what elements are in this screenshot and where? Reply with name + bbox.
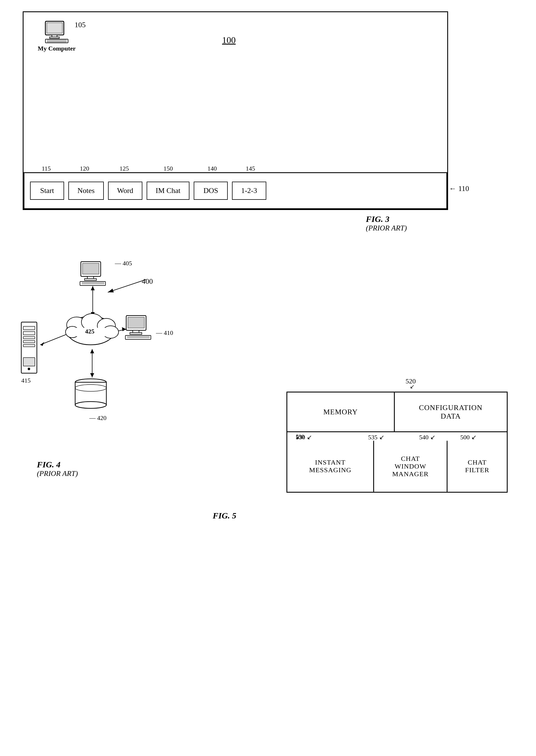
cwm-label: CHAT WINDOW MANAGER: [392, 455, 428, 478]
computer-label: My Computer: [38, 45, 76, 52]
cell-config: CONFIGURATION DATA: [395, 392, 507, 431]
fig3-desktop: My Computer 105 100 115 120 125 150 140 …: [23, 12, 447, 209]
taskbar-label-140: 140: [195, 165, 229, 172]
123-button[interactable]: 1-2-3: [232, 182, 266, 200]
svg-rect-37: [23, 358, 35, 366]
svg-rect-21: [128, 317, 144, 328]
svg-rect-36: [23, 344, 35, 347]
svg-rect-33: [23, 332, 35, 335]
svg-rect-12: [80, 281, 106, 285]
svg-rect-23: [130, 333, 142, 334]
word-button[interactable]: Word: [108, 182, 142, 200]
val-535: 535 ↙: [368, 434, 384, 441]
svg-marker-19: [91, 286, 95, 290]
fig5-caption: FIG. 5: [213, 511, 236, 521]
svg-marker-29: [122, 327, 126, 331]
val-540: 540 ↙: [419, 434, 435, 441]
fig4-caption: FIG. 4 (PRIOR ART): [37, 460, 78, 478]
svg-marker-41: [40, 342, 44, 346]
svg-point-38: [28, 368, 30, 370]
svg-text:415: 415: [21, 377, 31, 384]
fig4-sublabel: (PRIOR ART): [37, 469, 78, 478]
svg-point-56: [75, 402, 106, 408]
svg-marker-53: [90, 349, 94, 353]
taskbar-label-145: 145: [233, 165, 267, 172]
svg-text:— 420: — 420: [89, 414, 107, 421]
fig3-desktop-container: My Computer 105 100 115 120 125 150 140 …: [23, 11, 448, 210]
svg-rect-24: [125, 336, 151, 340]
start-button[interactable]: Start: [30, 182, 64, 200]
fig5-label: FIG. 5: [213, 511, 236, 521]
svg-text:— 410: — 410: [156, 329, 173, 336]
arrow-520: ↙: [410, 383, 415, 390]
cell-chat-window-manager: CHAT WINDOW MANAGER: [374, 441, 448, 492]
cell-memory: MEMORY: [287, 392, 395, 431]
dos-button[interactable]: DOS: [194, 182, 228, 200]
val-530: 530 ↙: [296, 434, 312, 441]
im-label: INSTANT MESSAGING: [309, 459, 352, 474]
fig3-sublabel: (PRIOR ART): [366, 224, 407, 233]
svg-rect-3: [50, 37, 59, 38]
sub-labels-row: 530 ↙ 530 ↙ 535 ↙ 540 ↙ 500 ↙: [287, 432, 507, 441]
svg-rect-1: [47, 23, 62, 33]
fig4-label: FIG. 4: [37, 460, 78, 469]
imchat-button[interactable]: IM Chat: [147, 182, 189, 200]
cf-label: CHAT FILTER: [465, 459, 489, 474]
svg-rect-34: [23, 337, 35, 339]
svg-text:400: 400: [142, 277, 153, 285]
taskbar-label-120: 120: [66, 165, 103, 172]
taskbar-label-150: 150: [146, 165, 191, 172]
notes-button[interactable]: Notes: [68, 182, 104, 200]
svg-rect-9: [83, 263, 99, 274]
svg-rect-32: [23, 326, 35, 330]
fig3-label: FIG. 3: [366, 214, 407, 224]
fig3-caption: FIG. 3 (PRIOR ART): [366, 214, 407, 233]
memory-config-box: MEMORY CONFIGURATION DATA 530 ↙ 530 ↙ 53…: [286, 392, 508, 493]
label-105: 105: [75, 21, 85, 29]
svg-rect-35: [23, 341, 35, 343]
memory-label: MEMORY: [323, 408, 358, 416]
config-label: CONFIGURATION DATA: [419, 404, 483, 420]
label-110: ← 110: [449, 185, 469, 193]
cell-instant-messaging: INSTANT MESSAGING: [287, 441, 374, 492]
val-500: 500 ↙: [460, 434, 477, 441]
mem-top-row: MEMORY CONFIGURATION DATA: [287, 392, 507, 432]
fig4-network-diagram: — 405 400 — 410: [17, 255, 201, 477]
taskbar-label-125: 125: [107, 165, 141, 172]
taskbar-label-115: 115: [31, 165, 62, 172]
svg-marker-52: [90, 373, 94, 378]
svg-text:— 405: — 405: [115, 260, 132, 267]
fig4-area: — 405 400 — 410: [17, 255, 216, 511]
svg-rect-11: [84, 279, 96, 280]
cell-chat-filter: CHAT FILTER: [448, 441, 507, 492]
label-100: 100: [222, 35, 236, 45]
mem-bottom-row: INSTANT MESSAGING CHAT WINDOW MANAGER CH…: [287, 441, 507, 492]
svg-text:425: 425: [85, 328, 94, 335]
taskbar: Start Notes Word IM Chat DOS 1-2-3 ← 110: [23, 172, 447, 209]
computer-icon: My Computer: [38, 21, 76, 52]
